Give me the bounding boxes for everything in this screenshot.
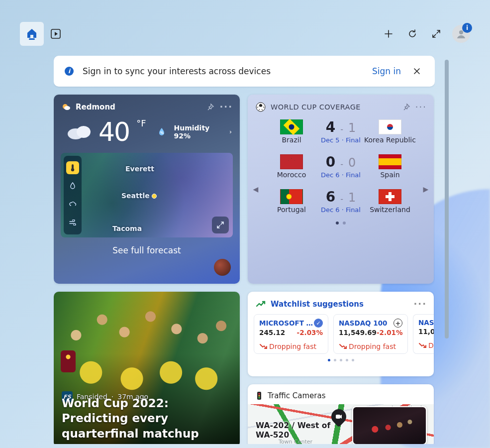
added-check-icon[interactable]: ✓ [314,319,323,328]
home-score: 0 [326,154,335,170]
banner-message: Sign in to sync your interests across de… [83,66,363,76]
add-widget-button[interactable] [377,22,400,46]
weather-temperature: 40 [98,117,129,147]
svg-point-4 [64,106,70,110]
home-team: Morocco [266,154,317,179]
more-button[interactable]: ··· [415,102,427,112]
more-button[interactable]: ··· [219,102,233,112]
svg-point-9 [71,168,74,171]
trend-down-icon [418,342,426,348]
scrollbar[interactable] [445,60,449,338]
chevron-right-icon[interactable]: › [229,128,232,135]
matches-prev-button[interactable]: ◀ [251,185,261,193]
expand-button[interactable] [424,22,448,46]
pin-button[interactable] [402,103,410,111]
weather-unit: °F [136,118,146,128]
flag-icon [280,119,303,134]
ticker-change: -2.01% [377,329,402,336]
worldcup-title: WORLD CUP COVERAGE [271,103,361,111]
watchlist-pager [248,354,434,361]
map-layer-tabs [64,156,82,234]
map-expand-button[interactable] [212,217,229,233]
worldcup-widget[interactable]: WORLD CUP COVERAGE ··· ◀ ▶ Brazil4-1Dec … [248,95,434,284]
layer-temperature[interactable] [66,161,79,174]
trend-down-icon [259,343,267,349]
layer-clouds[interactable] [66,198,79,211]
svg-point-14 [258,397,260,398]
team-name: Korea Republic [364,136,416,144]
layer-precipitation[interactable] [66,180,79,193]
profile-badge: i [462,23,472,33]
pin-button[interactable] [206,103,214,111]
camera-thumbnail[interactable] [352,406,427,444]
full-forecast-link[interactable]: See full forecast [54,237,240,255]
home-team: Brazil [266,119,317,144]
ticker-change: -2.03% [297,329,323,336]
team-name: Morocco [277,171,306,179]
expand-icon [216,221,225,229]
weather-map[interactable]: Everett Seattle Tacoma [61,153,233,237]
weather-widget[interactable]: Redmond ··· 40 °F % Humidity 92% [54,95,240,284]
traffic-widget[interactable]: Traffic Cameras NE Union Hill Rd Town Ce… [248,384,434,444]
ticker-trend: Dropping fast [339,336,402,350]
svg-rect-0 [29,38,35,40]
info-icon: i [65,67,74,76]
worldcup-pager [248,214,434,224]
soccer-icon [256,102,266,112]
svg-point-13 [258,395,260,396]
svg-rect-8 [72,164,74,169]
home-tab[interactable] [20,22,44,46]
banner-close-button[interactable] [410,67,424,75]
camera-name: WA-202 / West of WA-520 [256,421,345,440]
match-row[interactable]: Brazil4-1Dec 5 · FinalKorea Republic [266,119,416,144]
home-score: 6 [326,189,335,205]
ticker-card[interactable]: MICROSOFT …✓245.12-2.03%Dropping fast [254,314,328,354]
home-team: Portugal [266,189,317,214]
away-score: 0 [348,156,356,170]
ticker-card[interactable]: NASDAQ 100+11,549.69-2.01%Dropping fast [333,314,408,354]
away-score: 1 [348,191,356,205]
entertainment-tab[interactable] [44,22,68,46]
news-story-card[interactable]: FS Fansided · 37m ago World Cup 2022: Pr… [54,292,240,444]
away-team: Spain [364,154,416,179]
match-row[interactable]: Morocco0-0Dec 6 · FinalSpain [266,154,416,179]
ticker-trend: Dr [418,336,434,349]
home-icon [26,28,37,40]
team-name: Spain [380,171,399,179]
close-icon [413,67,421,75]
map-city-tacoma: Tacoma [112,224,142,232]
match-status: Dec 6 · Final [321,206,361,214]
ticker-trend: Dropping fast [259,336,323,350]
match-row[interactable]: Portugal6-1Dec 6 · FinalSwitzerland [266,189,416,214]
score-block: 6-1Dec 6 · Final [321,189,361,214]
refresh-icon [407,29,417,39]
svg-text:%: % [160,131,164,135]
team-name: Switzerland [370,206,410,214]
ticker-symbol: MICROSOFT … [259,319,313,327]
signin-link[interactable]: Sign in [372,66,401,76]
score-block: 0-0Dec 6 · Final [321,154,361,179]
add-ticker-button[interactable]: + [393,319,402,328]
profile-button[interactable]: i [452,25,470,43]
widgets-panel: i Sign in to sync your interests across … [54,56,435,444]
widgets-topbar: i [20,22,470,46]
weather-globe-icon[interactable] [214,259,231,276]
watchlist-widget[interactable]: Watchlist suggestions ··· MICROSOFT …✓24… [248,292,434,376]
map-city-everett: Everett [125,165,154,173]
ticker-price: 11,014 [418,328,434,336]
play-icon [50,28,61,39]
flag-icon [379,154,401,169]
plus-icon [384,29,393,39]
ticker-card[interactable]: NASD11,014Dr [413,314,434,354]
ticker-price: 11,549.69 [339,329,377,336]
matches-next-button[interactable]: ▶ [421,185,431,193]
signin-banner: i Sign in to sync your interests across … [54,56,435,87]
refresh-button[interactable] [400,22,424,46]
ticker-symbol: NASD [418,319,434,327]
layer-wind[interactable] [66,216,79,229]
ticker-price: 245.12 [259,329,285,336]
more-button[interactable]: ··· [413,299,427,309]
team-name: Portugal [277,206,306,214]
flag-icon [379,189,401,204]
flag-icon [280,189,303,204]
